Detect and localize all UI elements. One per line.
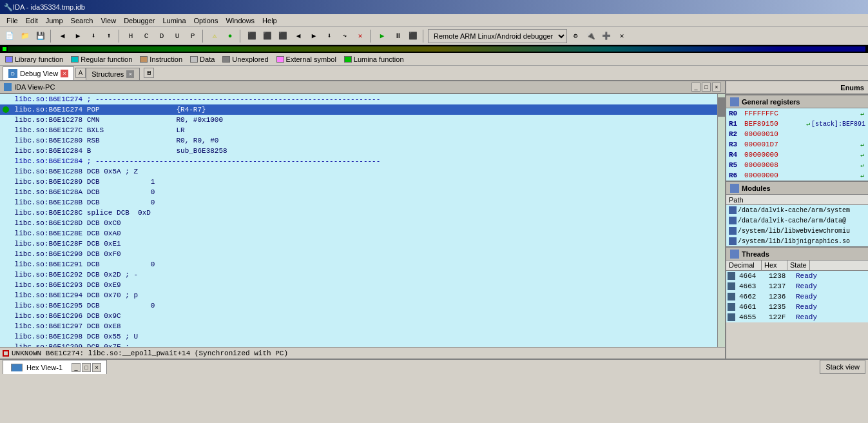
tab-expand-icon[interactable]: ⊞ bbox=[144, 68, 154, 78]
hex-view-tab[interactable]: Hex View-1 _ □ × bbox=[3, 360, 107, 374]
ida-panel-title: IDA View-PC bbox=[14, 83, 55, 91]
undef-button[interactable]: U bbox=[170, 29, 184, 43]
hex-minimize[interactable]: _ bbox=[72, 363, 81, 372]
menu-help[interactable]: Help bbox=[258, 15, 281, 26]
table-row: libc.so:B6E1C291 DCB 0 bbox=[0, 259, 725, 270]
connect-button[interactable]: 🔌 bbox=[584, 29, 598, 43]
nav-indicator bbox=[3, 47, 6, 51]
back-button[interactable]: ◀ bbox=[55, 29, 70, 43]
sep6 bbox=[423, 30, 425, 43]
ida-scrollbar[interactable] bbox=[717, 94, 725, 347]
ida-minimize[interactable]: _ bbox=[691, 83, 700, 92]
bp-indicator bbox=[3, 158, 9, 164]
table-row: libc.so:B6E1C290 DCB 0xF0 bbox=[0, 249, 725, 259]
nav-right[interactable]: ▶ bbox=[307, 29, 321, 43]
graph1-button[interactable]: ⬛ bbox=[245, 29, 259, 43]
thread-decimal-3: 4661 bbox=[737, 303, 765, 311]
table-row: libc.so:B6E1C28E DCB 0xA0 bbox=[0, 228, 725, 239]
tab-debug-view[interactable]: D Debug View × bbox=[3, 66, 74, 80]
ida-panel: IDA View-PC _ □ × libc.so:B6E1C274 ; ---… bbox=[0, 81, 726, 359]
menu-jump[interactable]: Jump bbox=[42, 15, 67, 26]
stop-button[interactable]: ✕ bbox=[353, 29, 367, 43]
hex-view-label: Hex View-1 bbox=[26, 364, 63, 371]
tab-bar: D Debug View × A Structures × ⊞ bbox=[0, 66, 868, 81]
register-r0: R0 FFFFFFFC ↵ bbox=[726, 108, 868, 119]
navhist-button[interactable]: ⬇ bbox=[86, 29, 101, 43]
structures-close[interactable]: × bbox=[126, 70, 134, 78]
pause-button[interactable]: ⏸ bbox=[391, 29, 405, 43]
thread-row-2: 4662 1236 Ready bbox=[726, 291, 868, 302]
thread-hex-2: 1236 bbox=[766, 293, 792, 300]
proc-button[interactable]: P bbox=[186, 29, 200, 43]
settings-button[interactable]: ⚙ bbox=[568, 29, 583, 43]
menu-search[interactable]: Search bbox=[67, 15, 97, 26]
module-icon-1 bbox=[729, 217, 737, 224]
graph2-button[interactable]: ⬛ bbox=[260, 29, 275, 43]
code-button[interactable]: C bbox=[139, 29, 153, 43]
tab-icon-a[interactable]: A bbox=[75, 68, 86, 78]
minus-button[interactable]: ✕ bbox=[615, 29, 629, 43]
hex-view-tab-icon bbox=[11, 364, 23, 371]
scrollbar-thumb[interactable] bbox=[718, 97, 725, 117]
modules-path-header: Path bbox=[726, 195, 868, 205]
ida-maximize[interactable]: □ bbox=[702, 83, 711, 92]
step-over[interactable]: ↷ bbox=[338, 29, 352, 43]
right-panel: Enums General registers R0 FFFFFFFC ↵ R1… bbox=[726, 81, 868, 359]
menu-options[interactable]: Options bbox=[190, 15, 222, 26]
thread-icon-0 bbox=[728, 272, 735, 280]
modules-title: Modules bbox=[742, 184, 771, 192]
nav-left[interactable]: ◀ bbox=[291, 29, 305, 43]
hex-close[interactable]: × bbox=[92, 363, 101, 372]
module-path-2: /system/lib/libwebviewchromiu bbox=[738, 228, 850, 235]
save-button[interactable]: 💾 bbox=[34, 29, 48, 43]
register-r2: R2 00000010 bbox=[726, 129, 868, 139]
table-row[interactable]: libc.so:B6E1C274 POP {R4-R7} bbox=[0, 104, 725, 115]
legend-library: Library function bbox=[5, 55, 63, 63]
menu-edit[interactable]: Edit bbox=[22, 15, 42, 26]
bp-indicator bbox=[3, 137, 9, 144]
register-r4: R4 00000000 ↵ bbox=[726, 150, 868, 160]
thread-hex-4: 122F bbox=[766, 313, 792, 321]
menu-file[interactable]: File bbox=[3, 15, 22, 26]
register-r5: R5 00000008 ↵ bbox=[726, 160, 868, 170]
thread-state-0: Ready bbox=[793, 272, 867, 280]
hex-button[interactable]: H bbox=[124, 29, 138, 43]
menu-view[interactable]: View bbox=[97, 15, 120, 26]
open-button[interactable]: 📁 bbox=[18, 29, 32, 43]
step-into[interactable]: ⬇ bbox=[322, 29, 336, 43]
toolbar: 📄 📁 💾 ◀ ▶ ⬇ ⬆ H C D U P ⚠ ● ⬛ ⬛ ⬛ ◀ ▶ ⬇ … bbox=[0, 27, 868, 45]
modules-path-label: Path bbox=[729, 196, 744, 204]
ida-close[interactable]: × bbox=[712, 83, 721, 92]
menu-windows[interactable]: Windows bbox=[222, 15, 258, 26]
graph3-button[interactable]: ⬛ bbox=[276, 29, 290, 43]
plus-button[interactable]: ➕ bbox=[599, 29, 613, 43]
sep4 bbox=[240, 30, 242, 43]
ida-panel-icon bbox=[4, 83, 12, 91]
new-button[interactable]: 📄 bbox=[3, 29, 17, 43]
legend-unexplored-color bbox=[222, 56, 230, 63]
menu-debugger[interactable]: Debugger bbox=[120, 15, 159, 26]
tab-structures[interactable]: Structures × bbox=[86, 68, 140, 80]
table-row: libc.so:B6E1C288 DCB 0x5A ; Z bbox=[0, 166, 725, 177]
col-decimal: Decimal bbox=[726, 261, 762, 270]
run-button[interactable]: ▶ bbox=[375, 29, 389, 43]
square-button[interactable]: ⬛ bbox=[406, 29, 420, 43]
thread-decimal-4: 4655 bbox=[737, 313, 765, 321]
legend-regular-label: Regular function bbox=[81, 55, 132, 63]
warn-button[interactable]: ⚠ bbox=[207, 29, 222, 43]
table-row: libc.so:B6E1C27C BXLS LR bbox=[0, 125, 725, 135]
data-button[interactable]: D bbox=[155, 29, 169, 43]
legend-external: External symbol bbox=[276, 55, 336, 63]
hex-maximize[interactable]: □ bbox=[82, 363, 91, 372]
debug-view-close[interactable]: × bbox=[61, 70, 68, 77]
legend-instruction-color bbox=[140, 56, 148, 63]
table-row: libc.so:B6E1C28B DCB 0 bbox=[0, 197, 725, 208]
hex-view-controls: _ □ × bbox=[72, 363, 101, 372]
navhist2-button[interactable]: ⬆ bbox=[102, 29, 116, 43]
menu-lumina[interactable]: Lumina bbox=[159, 15, 189, 26]
ok-button[interactable]: ● bbox=[223, 29, 237, 43]
forward-button[interactable]: ▶ bbox=[71, 29, 85, 43]
debugger-dropdown[interactable]: Remote ARM Linux/Android debugger bbox=[428, 29, 567, 43]
ida-content[interactable]: libc.so:B6E1C274 ; ---------------------… bbox=[0, 94, 725, 347]
stack-view-tab[interactable]: Stack view bbox=[820, 360, 865, 374]
